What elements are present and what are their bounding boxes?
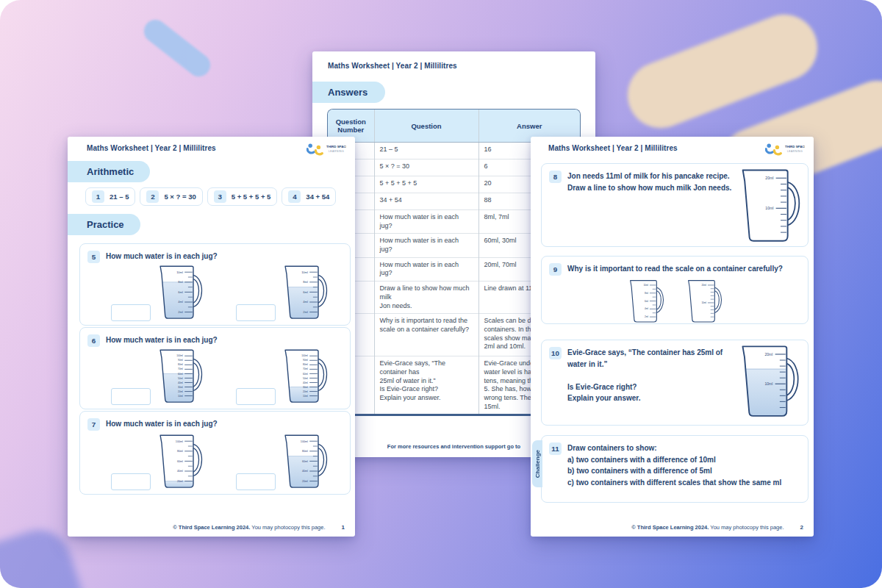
measuring-jug: 10ml8ml6ml4ml2ml: [280, 264, 329, 321]
worksheet-page-1: Maths Worksheet | Year 2 | Millilitres T…: [68, 137, 355, 537]
column-header-question: Question: [374, 110, 478, 143]
answer-box: [111, 388, 151, 405]
answer-box: [236, 388, 276, 405]
question-card-7: 7How much water is in each jug? 100ml80m…: [79, 411, 351, 495]
measuring-jug: 10ml8ml6ml4ml2ml: [626, 279, 665, 324]
svg-text:10ml: 10ml: [701, 301, 706, 304]
svg-text:60ml: 60ml: [177, 460, 183, 463]
svg-text:60ml: 60ml: [302, 460, 308, 463]
page-number: 1: [342, 524, 345, 531]
third-space-learning-logo: THIRD SPACE LEARNING: [306, 142, 346, 159]
svg-text:6ml: 6ml: [304, 290, 309, 294]
measuring-jug: 100ml80ml60ml40ml20ml: [155, 433, 204, 490]
svg-text:10ml: 10ml: [301, 270, 308, 274]
svg-text:40ml: 40ml: [178, 381, 183, 384]
svg-text:8ml: 8ml: [304, 280, 309, 284]
page-number: 2: [800, 524, 803, 531]
svg-text:30ml: 30ml: [303, 386, 308, 389]
svg-text:10ml: 10ml: [176, 270, 183, 274]
answer-box: [111, 473, 151, 490]
svg-text:2ml: 2ml: [178, 310, 183, 314]
worksheet-header: Maths Worksheet | Year 2 | Millilitres: [328, 62, 457, 70]
worksheet-header: Maths Worksheet | Year 2 | Millilitres: [87, 144, 216, 152]
svg-text:4ml: 4ml: [304, 300, 309, 304]
svg-text:40ml: 40ml: [303, 381, 308, 384]
background-gradient: Maths Worksheet | Year 2 | Millilitres A…: [0, 0, 882, 588]
svg-text:10ml: 10ml: [644, 284, 649, 287]
svg-text:6ml: 6ml: [645, 300, 648, 303]
svg-text:20ml: 20ml: [765, 176, 773, 180]
answer-box: [111, 304, 151, 321]
decorative-blue-pill: [140, 15, 215, 82]
question-card-8: 8Jon needs 11ml of milk for his pancake …: [541, 163, 808, 247]
svg-text:20ml: 20ml: [303, 390, 308, 393]
svg-text:100ml: 100ml: [176, 440, 183, 443]
page-footer: © Third Space Learning 2024. You may pho…: [631, 524, 803, 531]
measuring-jug: 20ml10ml: [736, 343, 800, 420]
svg-text:4ml: 4ml: [178, 300, 183, 304]
challenge-tab: Challenge: [532, 440, 542, 487]
svg-text:70ml: 70ml: [178, 368, 183, 370]
svg-text:10ml: 10ml: [303, 395, 308, 398]
svg-text:8ml: 8ml: [645, 292, 648, 295]
arithmetic-question: 25 × ? = 30: [140, 187, 202, 206]
measuring-jug: 20ml10ml: [736, 167, 802, 245]
question-card-11: Challenge 11Draw containers to show: a) …: [541, 435, 808, 503]
svg-text:10ml: 10ml: [178, 395, 183, 398]
svg-text:4ml: 4ml: [645, 307, 648, 310]
arithmetic-section-badge: Arithmetic: [68, 161, 150, 182]
svg-text:100ml: 100ml: [176, 354, 183, 357]
svg-text:8ml: 8ml: [178, 280, 183, 284]
svg-text:60ml: 60ml: [178, 373, 183, 376]
svg-text:60ml: 60ml: [303, 373, 308, 376]
measuring-jug: 20ml10ml: [684, 279, 723, 324]
svg-text:80ml: 80ml: [302, 450, 308, 453]
arithmetic-question: 121 – 5: [85, 187, 135, 206]
svg-text:20ml: 20ml: [764, 352, 772, 356]
measuring-jug: 100ml80ml60ml40ml20ml: [280, 433, 329, 490]
question-card-10: 10Evie-Grace says, “The container has 25…: [541, 340, 808, 426]
svg-text:80ml: 80ml: [177, 450, 183, 453]
logo-text-line2: LEARNING: [787, 150, 803, 153]
svg-text:2ml: 2ml: [645, 315, 648, 318]
svg-text:40ml: 40ml: [302, 470, 308, 473]
measuring-jug: 10ml8ml6ml4ml2ml: [155, 264, 204, 321]
svg-text:100ml: 100ml: [301, 440, 308, 443]
measuring-jug: 100ml90ml80ml70ml60ml50ml40ml30ml20ml10m…: [280, 348, 329, 405]
worksheet-header: Maths Worksheet | Year 2 | Millilitres: [548, 144, 678, 152]
svg-text:20ml: 20ml: [302, 480, 308, 483]
svg-text:90ml: 90ml: [178, 359, 183, 362]
svg-text:40ml: 40ml: [177, 470, 183, 473]
svg-text:100ml: 100ml: [301, 354, 308, 357]
svg-text:50ml: 50ml: [178, 377, 183, 380]
question-card-9: 9Why is it important to read the scale o…: [541, 256, 808, 324]
arithmetic-questions-row: 121 – 5 25 × ? = 30 35 + 5 + 5 + 5 434 +…: [85, 187, 349, 206]
third-space-learning-logo: THIRD SPACE LEARNING: [765, 142, 805, 159]
logo-text-line1: THIRD SPACE: [785, 145, 805, 148]
svg-text:10ml: 10ml: [765, 206, 773, 210]
svg-text:2ml: 2ml: [304, 310, 309, 314]
svg-text:6ml: 6ml: [178, 290, 183, 294]
svg-text:10ml: 10ml: [764, 381, 772, 386]
arithmetic-question: 35 + 5 + 5 + 5: [207, 187, 278, 206]
answer-box: [236, 473, 276, 490]
practice-section-badge: Practice: [68, 214, 140, 235]
svg-text:20ml: 20ml: [178, 390, 183, 393]
measuring-jug: 100ml90ml80ml70ml60ml50ml40ml30ml20ml10m…: [155, 348, 204, 405]
answer-box: [236, 304, 276, 321]
logo-text-line1: THIRD SPACE: [326, 145, 346, 148]
page-footer: © Third Space Learning 2024. You may pho…: [173, 524, 345, 531]
svg-text:30ml: 30ml: [178, 386, 183, 389]
question-card-5: 5How much water is in each jug? 10ml8ml6…: [79, 243, 351, 326]
answers-section-badge: Answers: [312, 82, 385, 103]
svg-text:80ml: 80ml: [303, 363, 308, 366]
svg-text:80ml: 80ml: [178, 363, 183, 366]
svg-text:50ml: 50ml: [303, 377, 308, 380]
worksheet-page-2: Maths Worksheet | Year 2 | Millilitres T…: [531, 137, 814, 537]
svg-text:70ml: 70ml: [303, 368, 308, 370]
svg-text:20ml: 20ml: [701, 284, 706, 287]
svg-text:90ml: 90ml: [303, 359, 308, 362]
logo-text-line2: LEARNING: [329, 150, 344, 153]
svg-text:20ml: 20ml: [177, 480, 183, 483]
arithmetic-question: 434 + 54: [282, 187, 336, 206]
